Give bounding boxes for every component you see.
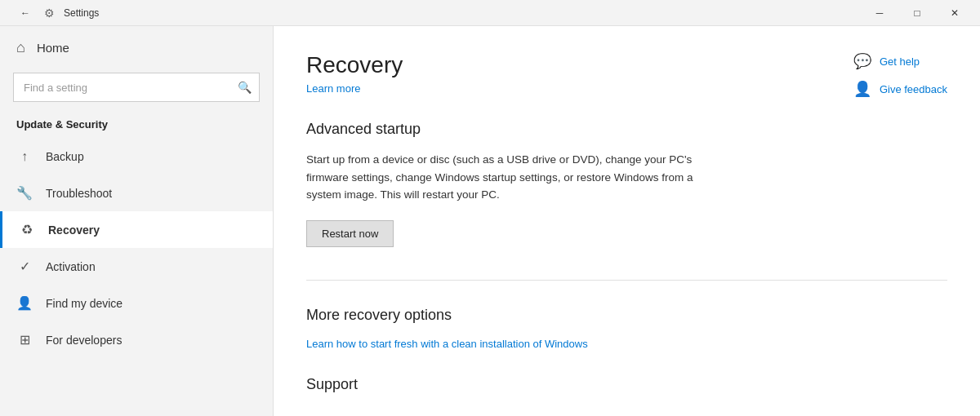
sidebar-item-for-developers[interactable]: ⊞ For developers — [0, 321, 273, 358]
sidebar-item-label: Backup — [46, 150, 84, 163]
page-title: Recovery — [306, 52, 947, 78]
sidebar-item-backup[interactable]: ↑ Backup — [0, 139, 273, 175]
sidebar-item-recovery[interactable]: ♻ Recovery — [0, 211, 273, 248]
backup-icon: ↑ — [16, 149, 33, 164]
activation-icon: ✓ — [16, 259, 33, 274]
learn-more-link[interactable]: Learn more — [306, 82, 360, 95]
find-my-device-icon: 👤 — [16, 295, 33, 311]
sidebar-item-home[interactable]: ⌂ Home — [0, 26, 273, 69]
give-feedback-icon: 👤 — [853, 80, 871, 98]
sidebar-home-label: Home — [37, 41, 69, 55]
search-box: 🔍 — [13, 73, 260, 102]
search-input[interactable] — [13, 73, 260, 102]
titlebar: ← ⚙ Settings ─ □ ✕ — [0, 0, 980, 26]
titlebar-title: Settings — [64, 7, 861, 19]
home-icon: ⌂ — [16, 39, 25, 56]
support-heading: Support — [306, 376, 947, 393]
sidebar-item-label: Troubleshoot — [46, 187, 112, 200]
section-divider — [306, 280, 947, 281]
for-developers-icon: ⊞ — [16, 332, 33, 347]
minimize-button[interactable]: ─ — [861, 0, 898, 26]
sidebar-item-label: For developers — [46, 334, 122, 347]
sidebar-item-label: Find my device — [46, 297, 122, 310]
clean-install-link[interactable]: Learn how to start fresh with a clean in… — [306, 338, 588, 350]
advanced-startup-heading: Advanced startup — [306, 121, 947, 138]
sidebar-item-activation[interactable]: ✓ Activation — [0, 248, 273, 285]
sidebar-item-label: Recovery — [48, 223, 100, 237]
give-feedback-label: Give feedback — [880, 83, 947, 95]
sidebar-item-label: Activation — [46, 260, 96, 273]
close-button[interactable]: ✕ — [936, 0, 973, 26]
right-panel: 💬 Get help 👤 Give feedback — [853, 52, 947, 98]
sidebar: ⌂ Home 🔍 Update & Security ↑ Backup 🔧 Tr… — [0, 26, 274, 416]
recovery-icon: ♻ — [19, 222, 35, 237]
window-controls: ─ □ ✕ — [861, 0, 973, 26]
get-help-icon: 💬 — [853, 52, 871, 70]
get-help-label: Get help — [880, 55, 920, 68]
settings-icon: ⚙ — [44, 7, 57, 20]
sidebar-section-title: Update & Security — [0, 112, 273, 139]
more-recovery-heading: More recovery options — [306, 307, 947, 324]
advanced-startup-desc: Start up from a device or disc (such as … — [306, 151, 715, 204]
back-button[interactable]: ← — [7, 0, 44, 26]
main-content: 💬 Get help 👤 Give feedback Recovery Lear… — [274, 26, 980, 416]
app-body: ⌂ Home 🔍 Update & Security ↑ Backup 🔧 Tr… — [0, 26, 980, 416]
troubleshoot-icon: 🔧 — [16, 185, 33, 201]
sidebar-item-troubleshoot[interactable]: 🔧 Troubleshoot — [0, 175, 273, 211]
maximize-button[interactable]: □ — [898, 0, 936, 26]
restart-now-button[interactable]: Restart now — [306, 220, 394, 247]
get-help-item[interactable]: 💬 Get help — [853, 52, 947, 70]
give-feedback-item[interactable]: 👤 Give feedback — [853, 80, 947, 98]
sidebar-item-find-my-device[interactable]: 👤 Find my device — [0, 285, 273, 321]
